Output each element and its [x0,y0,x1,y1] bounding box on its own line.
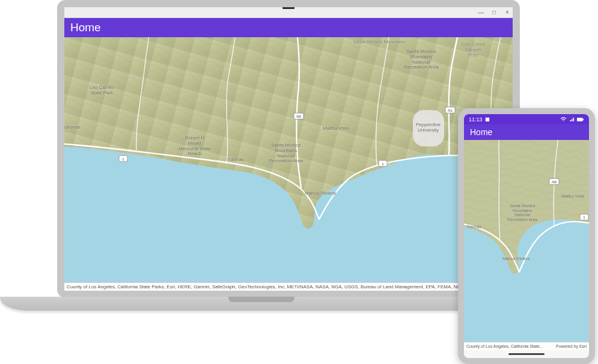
map-viewport[interactable]: 1 1 1 N9 N1 Santa Monica Mountains Santa… [64,37,513,282]
map-label-smm-nra2: Santa Monica Mountains National Recreati… [269,143,303,164]
map-label-olromar: olromar [64,125,81,130]
map-viewport[interactable]: 1 N9 Malibu Vista Trancas Mahou Riviera … [464,140,589,342]
attribution-text: County of Los Angeles, California State … [67,284,480,290]
attribution-text: County of Los Angeles, California State.… [466,344,543,348]
phone-bezel: 11:13 Home [458,108,595,364]
laptop-screen: ···· — □ × Home [64,7,513,291]
map-label-smm-nra: Santa Monica Mountains National Recreati… [404,49,438,70]
svg-text:N9: N9 [296,115,301,118]
maximize-button[interactable]: □ [491,9,497,16]
close-button[interactable]: × [504,9,510,16]
map-attribution-bar: County of Los Angeles, California State.… [464,342,589,350]
laptop-trackpad-notch [228,297,294,302]
map-label-smm: Santa Monica Mountains [353,40,406,45]
laptop-bezel: ···· — □ × Home [57,0,520,298]
app-header-bar: Home [464,124,589,140]
wifi-icon [560,117,567,122]
map-label-malibu-vista: Malibu Vista [561,194,584,199]
app-header-bar: Home [64,18,513,37]
phone-nav-bar [464,350,589,358]
svg-text:N1: N1 [448,109,453,112]
page-title: Home [70,21,101,34]
page-title: Home [470,127,492,137]
phone-screen: 11:13 Home [464,114,589,358]
powered-by-text: Powered by Esri [556,344,587,348]
map-label-smm-nra2: Santa Monica Mountains National Recreati… [507,204,537,222]
battery-icon [577,117,584,122]
map-attribution-bar: County of Los Angeles, California State … [64,282,513,291]
map-label-leo-carrillo: Leo Carrillo State Park [90,85,114,96]
debug-icon [485,117,490,122]
svg-rect-14 [582,118,584,120]
laptop-device-frame: ···· — □ × Home [0,0,523,311]
phone-home-indicator[interactable] [508,353,545,355]
map-label-trancas: Trancas [466,225,481,229]
map-terrain: 1 N9 [464,140,589,342]
map-label-malibu-vista: Malibu Vista [323,126,349,132]
laptop-base [0,297,523,311]
svg-rect-13 [577,118,582,121]
map-label-mahou: Mahou Riviera [305,191,336,196]
map-label-pepperdine: Pepperdine University [416,123,441,133]
signal-icon [569,117,575,122]
status-time: 11:13 [469,117,483,123]
map-label-cold-creek: Cold Creek Canyon Pres [461,42,485,58]
map-label-robert-meyer: Robert H Meyer Memorial State Beach [178,136,211,157]
map-label-mahou: Mahou Riviera [502,256,529,261]
svg-rect-12 [485,117,489,121]
phone-device-frame: 11:13 Home [458,108,595,364]
svg-text:N9: N9 [552,180,557,184]
minimize-button[interactable]: — [478,9,484,16]
phone-status-bar: 11:13 [464,114,589,124]
window-drag-handle[interactable]: ···· [282,7,294,9]
map-label-trancas: Trancas [227,157,244,163]
